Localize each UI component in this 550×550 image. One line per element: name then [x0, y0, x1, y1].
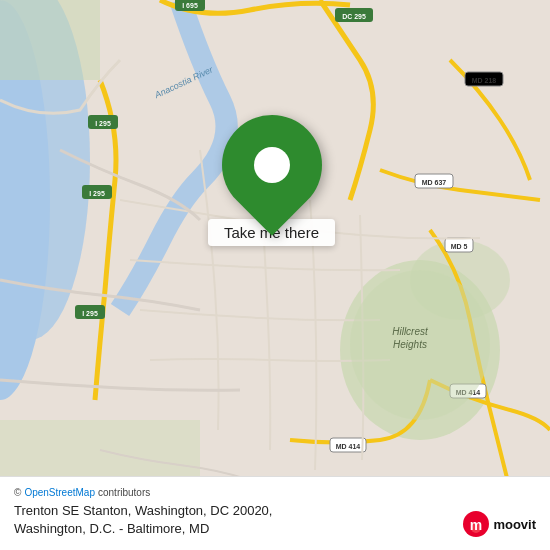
svg-text:m: m — [470, 517, 482, 533]
svg-text:I 295: I 295 — [95, 120, 111, 127]
svg-text:MD 637: MD 637 — [422, 179, 447, 186]
svg-text:Heights: Heights — [393, 339, 427, 350]
svg-text:I 695: I 695 — [182, 2, 198, 9]
svg-text:DC 295: DC 295 — [342, 13, 366, 20]
map-pin-marker — [201, 94, 342, 235]
copyright-symbol: © — [14, 487, 21, 498]
svg-rect-3 — [0, 0, 100, 80]
svg-text:MD 5: MD 5 — [451, 243, 468, 250]
address-line1: Trenton SE Stanton, Washington, DC 20020… — [14, 502, 536, 520]
map-background: I 695 DC 295 I 295 I 295 I 295 MD 218 MD… — [0, 0, 550, 550]
footer-card: © OpenStreetMap contributors Trenton SE … — [0, 476, 550, 550]
svg-text:MD 218: MD 218 — [472, 77, 497, 84]
map-container: I 695 DC 295 I 295 I 295 I 295 MD 218 MD… — [0, 0, 550, 550]
moovit-logo: m moovit — [462, 510, 536, 538]
take-me-there-button[interactable]: Take me there — [183, 115, 360, 246]
moovit-icon: m — [462, 510, 490, 538]
svg-text:I 295: I 295 — [82, 310, 98, 317]
address-line2: Washington, D.C. - Baltimore, MD — [14, 520, 536, 538]
openstreetmap-link[interactable]: OpenStreetMap — [24, 487, 95, 498]
moovit-text: moovit — [493, 517, 536, 532]
svg-text:MD 414: MD 414 — [336, 443, 361, 450]
svg-text:I 295: I 295 — [89, 190, 105, 197]
map-credit: © OpenStreetMap contributors — [14, 487, 536, 498]
contributors-text: contributors — [98, 487, 150, 498]
map-pin-inner — [254, 147, 290, 183]
svg-text:Hillcrest: Hillcrest — [392, 326, 429, 337]
